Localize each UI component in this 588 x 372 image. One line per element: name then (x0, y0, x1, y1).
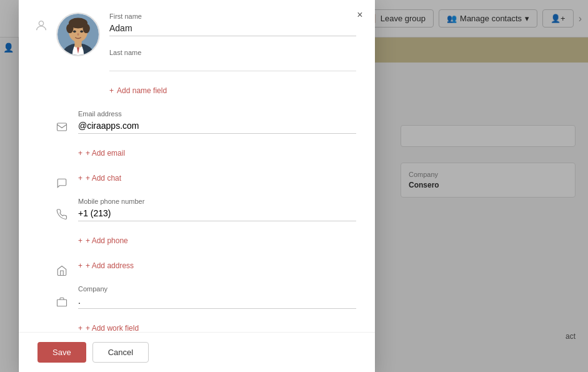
svg-point-10 (73, 30, 76, 33)
add-work-field-button[interactable]: + + Add work field (78, 321, 139, 332)
chat-content: + + Add chat (78, 166, 356, 185)
email-group: Email address (78, 110, 356, 134)
contact-edit-modal: × (19, 0, 375, 372)
email-input[interactable] (78, 121, 356, 134)
svg-point-11 (80, 30, 83, 33)
phone-icon (56, 209, 69, 223)
contact-header: First name Last name + Add name field (56, 13, 356, 98)
name-fields: First name Last name + Add name field (109, 13, 356, 98)
chat-section: + + Add chat (56, 166, 356, 191)
plus-icon: + (109, 86, 114, 95)
last-name-value (109, 59, 356, 71)
company-section: Company + + Add work field (56, 285, 356, 332)
phone-content: Mobile phone number + + Add phone (78, 198, 356, 248)
phone-group: Mobile phone number (78, 198, 356, 221)
email-label: Email address (78, 110, 356, 118)
address-section: + + Add address (56, 254, 356, 279)
add-name-field-button[interactable]: + Add name field (109, 84, 167, 98)
chat-icon (56, 178, 69, 191)
first-name-label: First name (109, 13, 356, 20)
plus-icon: + (78, 174, 82, 183)
modal-footer: Save Cancel (19, 332, 375, 372)
svg-point-0 (39, 21, 43, 26)
phone-label: Mobile phone number (78, 198, 356, 205)
plus-icon: + (78, 149, 82, 158)
svg-point-8 (66, 24, 73, 33)
phone-input[interactable] (78, 208, 356, 221)
company-group: Company (78, 285, 356, 309)
svg-point-12 (77, 33, 79, 36)
company-icon (56, 296, 69, 310)
add-chat-button[interactable]: + + Add chat (78, 171, 121, 185)
company-label: Company (78, 285, 356, 293)
last-name-label: Last name (109, 49, 356, 56)
email-content: Email address + + Add email (78, 110, 356, 160)
plus-icon: + (78, 236, 82, 245)
add-email-button[interactable]: + + Add email (78, 146, 125, 160)
plus-icon: + (78, 261, 82, 270)
last-name-group: Last name (109, 49, 356, 71)
company-content: Company + + Add work field (78, 285, 356, 332)
address-icon (56, 265, 69, 279)
svg-rect-13 (57, 123, 67, 131)
first-name-group: First name (109, 13, 356, 36)
phone-section: Mobile phone number + + Add phone (56, 198, 356, 248)
close-button[interactable]: × (351, 6, 369, 24)
email-section: Email address + + Add email (56, 110, 356, 160)
svg-rect-14 (57, 299, 67, 306)
avatar (56, 13, 100, 56)
add-phone-button[interactable]: + + Add phone (78, 234, 128, 248)
save-button[interactable]: Save (37, 342, 86, 363)
plus-icon: + (78, 324, 82, 332)
first-name-input[interactable] (109, 23, 356, 36)
email-icon (56, 121, 69, 135)
modal-body: First name Last name + Add name field (19, 0, 375, 332)
address-content: + + Add address (78, 254, 356, 273)
cancel-button[interactable]: Cancel (92, 342, 149, 363)
add-name-field-label: Add name field (117, 86, 167, 95)
company-input[interactable] (78, 296, 356, 309)
person-icon (34, 19, 48, 36)
add-address-button[interactable]: + + Add address (78, 259, 134, 273)
svg-point-9 (83, 24, 90, 33)
